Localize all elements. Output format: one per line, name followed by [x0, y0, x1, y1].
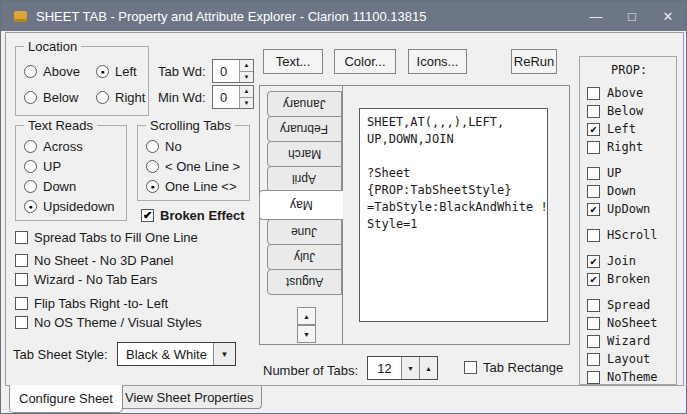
month-tab-label: May	[290, 198, 313, 212]
checkbox-icon	[587, 185, 600, 198]
prop-group-hscroll: HScroll	[587, 226, 676, 244]
prop-right[interactable]: Right	[587, 138, 676, 156]
tab-configure-sheet[interactable]: Configure Sheet	[9, 385, 123, 413]
radio-location-below[interactable]: Below	[24, 89, 78, 105]
prop-notheme[interactable]: NoTheme	[587, 368, 676, 386]
prop-join[interactable]: ✔Join	[587, 252, 676, 270]
prop-spread[interactable]: Spread	[587, 296, 676, 314]
prop-below[interactable]: Below	[587, 102, 676, 120]
spin-down-icon[interactable]: ▼	[240, 71, 253, 83]
checkbox-no-sheet[interactable]: No Sheet - No 3D Panel	[15, 252, 173, 268]
prop-group-direction: UP Down ✔UpDown	[587, 164, 676, 218]
prop-nosheet[interactable]: NoSheet	[587, 314, 676, 332]
spin-buttons: ▲ ▼	[239, 86, 253, 108]
prop-hscroll[interactable]: HScroll	[587, 226, 676, 244]
checkbox-icon	[587, 87, 600, 100]
prop-broken[interactable]: ✔Broken	[587, 270, 676, 288]
minimize-icon[interactable]: —	[578, 1, 614, 31]
chevron-down-icon[interactable]: ▼	[401, 357, 419, 379]
checkbox-icon	[15, 316, 28, 329]
checkbox-tab-rectange[interactable]: Tab Rectange	[464, 359, 563, 375]
radio-text-down[interactable]: Down	[24, 178, 76, 194]
checkbox-broken-effect[interactable]: ✔ Broken Effect	[141, 207, 245, 223]
radio-location-right[interactable]: Right	[96, 89, 145, 105]
prop-above[interactable]: Above	[587, 84, 676, 102]
text-button[interactable]: Text...	[263, 49, 323, 74]
radio-label: < One Line >	[165, 159, 240, 174]
checkbox-flip-tabs[interactable]: Flip Tabs Right -to- Left	[15, 295, 168, 311]
checkbox-icon: ✔	[587, 255, 600, 268]
radio-location-above[interactable]: Above	[24, 63, 80, 79]
checkbox-label: Wizard - No Tab Ears	[34, 272, 157, 287]
radio-scroll-no[interactable]: No	[146, 138, 182, 154]
prop-label: Right	[607, 140, 643, 154]
window-title: SHEET TAB - Property and Attribute Explo…	[36, 9, 426, 24]
radio-icon	[24, 91, 37, 104]
month-tab-label: June	[291, 225, 317, 239]
number-of-tabs-combo[interactable]: 12 ▼ ▲	[367, 356, 438, 380]
month-tab-label: January	[283, 97, 326, 111]
month-tab-june[interactable]: June	[267, 219, 342, 245]
prop-up[interactable]: UP	[587, 164, 676, 182]
chevron-down-icon[interactable]: ▼	[213, 343, 235, 365]
radio-scroll-one-line-both[interactable]: ● One Line <>	[146, 178, 237, 194]
prop-down[interactable]: Down	[587, 182, 676, 200]
window-controls: — □ ✕	[578, 1, 686, 31]
checkbox-icon	[15, 273, 28, 286]
maximize-icon[interactable]: □	[614, 1, 650, 31]
checkbox-icon	[15, 231, 28, 244]
checkbox-no-os-theme[interactable]: No OS Theme / Visual Styles	[15, 314, 202, 330]
radio-text-across[interactable]: Across	[24, 138, 83, 154]
spin-buttons: ▲ ▼	[239, 60, 253, 82]
spin-up-icon[interactable]: ▲	[240, 60, 253, 71]
color-button[interactable]: Color...	[334, 49, 396, 74]
title-bar: SHEET TAB - Property and Attribute Explo…	[1, 1, 686, 31]
radio-text-up[interactable]: UP	[24, 158, 61, 174]
sheet-code-textbox[interactable]: SHEET,AT(,,,),LEFT, UP,DOWN,JOIN ?Sheet …	[359, 108, 548, 322]
icons-button[interactable]: Icons...	[408, 49, 467, 74]
tab-wd-label: Tab Wd:	[158, 63, 206, 79]
tab-sheet-style-dropdown[interactable]: Black & White ▼	[117, 342, 236, 366]
tab-view-sheet-properties[interactable]: View Sheet Properties	[116, 386, 262, 409]
spin-up-icon[interactable]: ▲	[419, 357, 437, 379]
month-tab-august[interactable]: August	[267, 269, 342, 295]
checkbox-icon	[15, 297, 28, 310]
month-tab-label: July	[294, 250, 315, 264]
number-of-tabs-label: Number of Tabs:	[263, 362, 358, 378]
prop-updown[interactable]: ✔UpDown	[587, 200, 676, 218]
prop-left[interactable]: ✔Left	[587, 120, 676, 138]
scrolling-tabs-group: Scrolling Tabs No < One Line > ● One Lin…	[137, 125, 250, 201]
checkbox-icon	[587, 317, 600, 330]
month-tab-january[interactable]: January	[267, 91, 342, 117]
month-tab-july[interactable]: July	[267, 244, 342, 270]
radio-text-upsidedown[interactable]: ● Upsidedown	[24, 198, 115, 214]
radio-label: No	[165, 139, 182, 154]
prop-group-location: Above Below ✔Left Right	[587, 84, 676, 156]
radio-scroll-one-line[interactable]: < One Line >	[146, 158, 240, 174]
close-icon[interactable]: ✕	[650, 1, 686, 31]
spin-up-icon[interactable]: ▲	[240, 86, 253, 97]
month-tab-march[interactable]: March	[267, 141, 342, 167]
checkbox-spread-tabs[interactable]: Spread Tabs to Fill One Line	[15, 229, 198, 245]
rerun-button[interactable]: ReRun	[511, 49, 557, 74]
prop-label: UpDown	[607, 202, 650, 216]
min-wd-spinner[interactable]: 0 ▲ ▼	[212, 85, 254, 109]
month-tab-april[interactable]: April	[267, 166, 342, 192]
tab-scroll-up-icon[interactable]: ▲	[297, 307, 316, 325]
spin-down-icon[interactable]: ▼	[240, 97, 253, 109]
radio-icon	[24, 160, 37, 173]
checkbox-wizard[interactable]: Wizard - No Tab Ears	[15, 271, 157, 287]
prop-layout[interactable]: Layout	[587, 350, 676, 368]
tab-scroll-down-icon[interactable]: ▼	[297, 325, 316, 343]
radio-label: One Line <>	[165, 179, 237, 194]
tab-wd-spinner[interactable]: 0 ▲ ▼	[212, 59, 254, 83]
month-tab-label: August	[286, 275, 323, 289]
radio-location-left[interactable]: ● Left	[96, 63, 137, 79]
checkbox-icon	[587, 141, 600, 154]
min-wd-label: Min Wd:	[158, 89, 206, 105]
month-tab-may-selected[interactable]: May	[259, 190, 343, 220]
prop-wizard[interactable]: Wizard	[587, 332, 676, 350]
checkbox-icon	[587, 353, 600, 366]
checkbox-icon	[587, 371, 600, 384]
month-tab-february[interactable]: February	[267, 116, 342, 142]
